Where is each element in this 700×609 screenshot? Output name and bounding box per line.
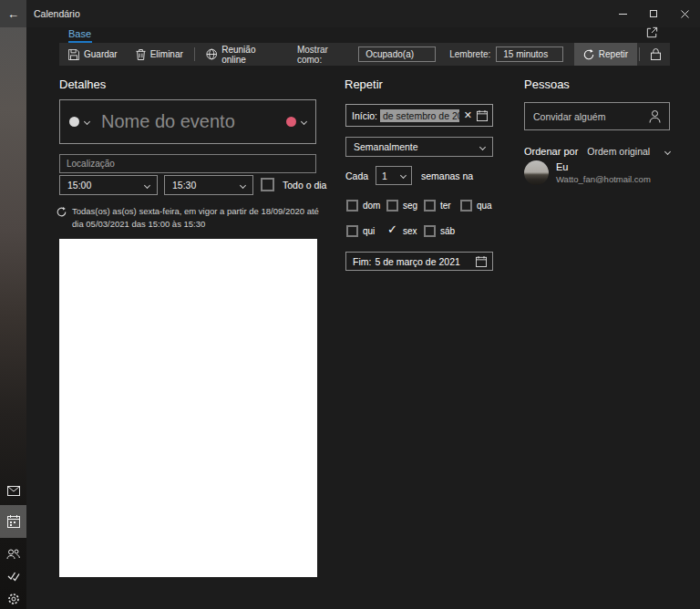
sidebar-item-mail[interactable] bbox=[0, 480, 26, 501]
people-icon bbox=[6, 549, 20, 560]
attendee-item[interactable]: Eu Watto_fan@hotmail.com bbox=[524, 160, 670, 185]
avatar bbox=[524, 160, 549, 185]
sidebar-item-calendar[interactable] bbox=[0, 505, 26, 538]
save-button[interactable]: Guardar bbox=[59, 43, 127, 66]
end-date-label: Fim: bbox=[353, 256, 371, 267]
calendar-icon bbox=[7, 515, 20, 528]
mail-icon bbox=[7, 486, 20, 496]
toolbar-divider bbox=[194, 47, 195, 61]
every-count-value: 1 bbox=[382, 170, 387, 181]
end-time-select[interactable]: 15:30 bbox=[164, 175, 253, 195]
chevron-down-icon bbox=[479, 143, 486, 150]
private-button[interactable] bbox=[642, 43, 670, 66]
checkbox-icon: ✓ bbox=[460, 200, 472, 212]
close-button[interactable] bbox=[669, 0, 700, 27]
show-as-label: Mostrar como: bbox=[297, 45, 353, 65]
details-heading: Detalhes bbox=[59, 77, 106, 91]
unit-label: semanas na bbox=[421, 170, 473, 181]
chevron-down-icon[interactable] bbox=[301, 119, 307, 125]
chevron-down-icon[interactable] bbox=[84, 119, 90, 125]
share-icon bbox=[645, 26, 659, 39]
end-time-value: 15:30 bbox=[172, 180, 196, 191]
reminder-select[interactable]: 15 minutos bbox=[496, 46, 563, 62]
sort-by-label: Ordenar por bbox=[524, 146, 578, 157]
calendar-icon bbox=[476, 256, 487, 267]
start-date-value-selected: de setembro de 2020 bbox=[380, 109, 459, 122]
show-as-select[interactable]: Ocupado(a) bbox=[358, 46, 436, 62]
people-heading: Pessoas bbox=[524, 77, 570, 91]
checkbox-icon: ✓ bbox=[386, 200, 398, 212]
checkbox-icon: ✓ bbox=[386, 225, 398, 237]
frequency-value: Semanalmente bbox=[354, 141, 418, 152]
back-button[interactable]: ← bbox=[0, 0, 26, 27]
repeat-heading: Repetir bbox=[345, 77, 383, 91]
recurrence-sync-icon bbox=[57, 207, 67, 217]
repeat-start-date-field[interactable]: Início: de setembro de 2020 ✕ bbox=[345, 104, 493, 127]
sort-row: Ordenar por Ordem original bbox=[524, 143, 670, 160]
all-day-label: Todo o dia bbox=[283, 180, 326, 191]
sort-by-value[interactable]: Ordem original bbox=[587, 146, 650, 157]
window-title: Calendário bbox=[34, 0, 80, 27]
title-bar bbox=[26, 0, 700, 27]
tab-base[interactable]: Base bbox=[68, 28, 91, 39]
repeat-toggle-button[interactable]: Repetir bbox=[574, 43, 637, 66]
event-name-input[interactable] bbox=[101, 111, 286, 132]
weekday-checkbox-seg[interactable]: ✓ seg bbox=[386, 198, 417, 212]
event-charm-dot-icon[interactable] bbox=[286, 117, 296, 127]
all-day-checkbox[interactable] bbox=[261, 178, 274, 191]
repeat-icon bbox=[583, 49, 594, 60]
frequency-select[interactable]: Semanalmente bbox=[345, 137, 493, 157]
delete-label: Eliminar bbox=[150, 49, 183, 59]
reminder-label: Lembrete: bbox=[449, 49, 490, 59]
save-label: Guardar bbox=[84, 49, 118, 59]
calendar-icon bbox=[477, 110, 488, 121]
start-time-select[interactable]: 15:00 bbox=[59, 175, 158, 195]
maximize-icon bbox=[650, 10, 657, 17]
toolbar-divider bbox=[639, 47, 640, 61]
end-date-value: 5 de março de 2021 bbox=[375, 256, 459, 267]
invite-box bbox=[524, 102, 670, 130]
person-icon bbox=[649, 110, 661, 123]
sidebar-item-settings[interactable] bbox=[0, 589, 26, 609]
weekday-checkbox-dom[interactable]: ✓ dom bbox=[346, 198, 380, 212]
calendar-app-window: Calendário ← Base Guardar Eliminar bbox=[0, 0, 700, 609]
location-input[interactable] bbox=[59, 154, 316, 173]
trash-icon bbox=[136, 49, 146, 60]
chevron-down-icon bbox=[400, 172, 407, 179]
invite-input[interactable] bbox=[533, 111, 649, 122]
weekday-checkbox-qua[interactable]: ✓ qua bbox=[460, 198, 492, 212]
attendee-name: Eu bbox=[556, 161, 651, 172]
online-meeting-button[interactable]: Reunião online bbox=[197, 43, 289, 66]
weekday-checkbox-qui[interactable]: ✓ qui bbox=[346, 223, 375, 238]
save-icon bbox=[68, 49, 79, 60]
repeat-label: Repetir bbox=[599, 49, 628, 59]
start-date-picker-button[interactable] bbox=[477, 110, 488, 121]
weekday-checkbox-sab[interactable]: ✓ sáb bbox=[424, 223, 455, 238]
minimize-button[interactable] bbox=[607, 0, 638, 27]
checkbox-icon: ✓ bbox=[346, 225, 358, 237]
globe-icon bbox=[206, 48, 217, 60]
lock-icon bbox=[651, 48, 661, 60]
chevron-down-icon bbox=[240, 181, 246, 188]
close-icon bbox=[681, 10, 689, 18]
open-in-new-window-button[interactable] bbox=[641, 23, 663, 41]
checkbox-icon: ✓ bbox=[424, 200, 436, 212]
chevron-down-icon bbox=[144, 181, 150, 188]
delete-button[interactable]: Eliminar bbox=[127, 43, 192, 66]
end-date-picker-button[interactable] bbox=[476, 256, 487, 267]
chevron-down-icon[interactable] bbox=[664, 148, 671, 154]
command-toolbar: Guardar Eliminar Reunião online Mostrar … bbox=[59, 43, 670, 66]
every-count-select[interactable]: 1 bbox=[376, 166, 412, 185]
gear-icon bbox=[7, 593, 20, 605]
weekday-checkbox-ter[interactable]: ✓ ter bbox=[424, 198, 451, 212]
sidebar-item-people[interactable] bbox=[0, 543, 26, 565]
event-description-editor[interactable] bbox=[59, 239, 317, 577]
weekday-checkbox-sex[interactable]: ✓ sex bbox=[386, 223, 417, 238]
calendar-color-dot-icon[interactable] bbox=[69, 117, 79, 127]
event-name-box bbox=[59, 99, 316, 144]
sidebar-item-todo[interactable] bbox=[0, 565, 26, 587]
reminder-value: 15 minutos bbox=[503, 49, 548, 59]
repeat-end-date-field[interactable]: Fim: 5 de março de 2021 bbox=[345, 252, 493, 271]
back-icon: ← bbox=[7, 7, 19, 21]
clear-date-button[interactable]: ✕ bbox=[464, 109, 472, 121]
